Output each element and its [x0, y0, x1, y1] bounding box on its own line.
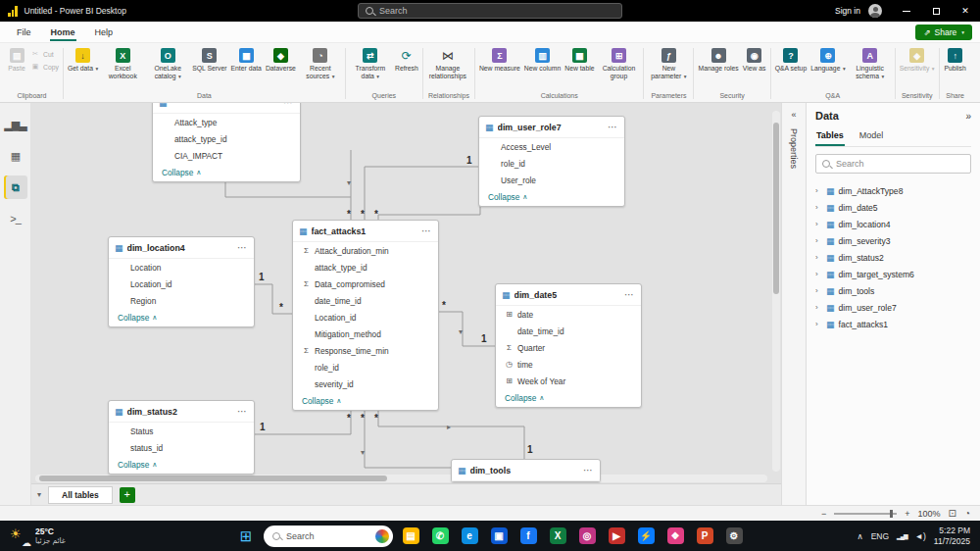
table-card-header[interactable]: ▦dim_date5⋯: [496, 284, 641, 306]
photos-taskbar-icon[interactable]: ❖: [663, 525, 687, 548]
canvas-horizontal-scrollbar[interactable]: [35, 475, 767, 482]
chevron-right-icon[interactable]: ›: [815, 303, 822, 312]
share-button[interactable]: ⇗ Share ▾: [915, 25, 972, 40]
relationship-line[interactable]: [365, 167, 478, 220]
tab-model[interactable]: Model: [858, 128, 885, 146]
collapse-pane-icon[interactable]: »: [965, 111, 971, 122]
field-row[interactable]: Region: [109, 292, 254, 309]
tab-tables[interactable]: Tables: [815, 128, 845, 146]
more-options-icon[interactable]: ⋯: [283, 103, 294, 108]
field-row[interactable]: CIA_IMPACT: [153, 147, 300, 164]
table-list-item-dim-location4[interactable]: ›▦dim_location4: [815, 216, 971, 232]
table-list-item-dim-target-system6[interactable]: ›▦dim_target_system6: [815, 266, 971, 282]
copy-button[interactable]: ▣Copy: [30, 62, 59, 72]
more-options-icon[interactable]: ⋯: [237, 242, 248, 253]
collapse-link[interactable]: Collapse∧: [109, 309, 254, 326]
table-view-button[interactable]: ▦: [4, 144, 27, 168]
field-row[interactable]: Attack_type: [153, 114, 300, 130]
excel-workbook-button[interactable]: XExcel workbook: [100, 45, 145, 80]
table-card-header[interactable]: ▦⋯: [153, 103, 300, 114]
powerpoint-taskbar-icon[interactable]: P: [693, 525, 716, 548]
calculation-group-button[interactable]: ⊞Calculation group: [596, 45, 641, 80]
model-view-button[interactable]: ⧉: [4, 175, 27, 199]
network-icon[interactable]: ▂▄▆: [897, 532, 906, 539]
menu-tab-help[interactable]: Help: [86, 25, 122, 40]
tray-chevron-up-icon[interactable]: ∧: [857, 531, 862, 541]
table-card-fact-attacks1[interactable]: ▦fact_attacks1⋯ΣAttack_duration_minattac…: [292, 220, 439, 411]
more-options-icon[interactable]: ⋯: [608, 122, 618, 132]
table-card-header[interactable]: ▦dim_location4⋯: [109, 237, 254, 259]
table-card-dim-status2[interactable]: ▦dim_status2⋯Statusstatus_idCollapse∧: [108, 400, 255, 475]
field-row[interactable]: role_id: [293, 359, 438, 376]
collapse-link[interactable]: Collapse∧: [479, 188, 624, 206]
settings-taskbar-icon[interactable]: ⚙: [722, 525, 746, 548]
transform-data-button[interactable]: ⇄Transform data ▾: [348, 45, 393, 81]
chevron-right-icon[interactable]: ›: [815, 236, 822, 245]
taskbar-search[interactable]: Search: [264, 526, 393, 547]
chevron-right-icon[interactable]: ›: [815, 320, 822, 328]
menu-tab-file[interactable]: File: [8, 25, 40, 40]
chevron-right-icon[interactable]: ›: [815, 286, 822, 295]
relationship-line[interactable]: [378, 409, 524, 459]
more-options-icon[interactable]: ⋯: [583, 465, 594, 476]
add-layout-button[interactable]: +: [120, 487, 135, 503]
publish-button[interactable]: ↑Publish: [942, 45, 969, 74]
field-row[interactable]: date_time_id: [496, 323, 641, 339]
table-list-item-dim-status2[interactable]: ›▦dim_status2: [815, 249, 971, 266]
start-button[interactable]: ⊞: [234, 525, 258, 548]
dataverse-button[interactable]: ◆Dataverse: [264, 45, 298, 74]
field-row[interactable]: attack_type_id: [293, 259, 438, 276]
more-options-icon[interactable]: ⋯: [624, 289, 635, 300]
collapse-link[interactable]: Collapse∧: [153, 164, 300, 181]
more-options-icon[interactable]: ⋯: [421, 225, 432, 236]
language-indicator[interactable]: ENG: [871, 531, 889, 541]
volume-icon[interactable]: ◄): [915, 531, 926, 541]
field-row[interactable]: ΣData_compromised: [293, 276, 438, 292]
table-card-dim-tools[interactable]: ▦dim_tools⋯: [451, 459, 601, 482]
store-taskbar-icon[interactable]: ▣: [487, 525, 511, 548]
field-row[interactable]: ΣResponse_time_min: [293, 342, 438, 359]
table-list-item-dim-user-role7[interactable]: ›▦dim_user_role7: [815, 299, 971, 316]
table-list-item-dim-date5[interactable]: ›▦dim_date5: [815, 199, 971, 216]
chevron-right-icon[interactable]: ›: [815, 220, 822, 228]
instagram-taskbar-icon[interactable]: ◎: [575, 525, 599, 548]
table-card-header[interactable]: ▦dim_status2⋯: [109, 401, 254, 423]
chevron-right-icon[interactable]: ›: [815, 270, 822, 278]
table-card-header[interactable]: ▦dim_tools⋯: [452, 460, 600, 481]
field-row[interactable]: Mitigation_method: [293, 326, 438, 342]
dax-query-view-button[interactable]: >_: [4, 207, 27, 230]
field-row[interactable]: severity_id: [293, 376, 438, 392]
model-canvas[interactable]: ********11111▾▾▾▸ ▦⋯Attack_typeattack_ty…: [31, 103, 781, 483]
table-card-header[interactable]: ▦fact_attacks1⋯: [293, 221, 438, 242]
chevron-down-icon[interactable]: ▾: [37, 490, 41, 499]
close-button[interactable]: ✕: [951, 0, 980, 22]
table-card-dim-user-role7[interactable]: ▦dim_user_role7⋯Access_Levelrole_idUser_…: [478, 116, 625, 207]
field-row[interactable]: ΣAttack_duration_min: [293, 242, 438, 259]
enter-data-button[interactable]: ▦Enter data: [229, 45, 264, 74]
field-row[interactable]: date_time_id: [293, 292, 438, 309]
relationship-line[interactable]: [255, 284, 292, 314]
manage-relationships-button[interactable]: ⋈Manage relationships: [425, 45, 470, 80]
clock[interactable]: 5:22 PM 11/7/2025: [934, 526, 970, 546]
chevron-right-icon[interactable]: ›: [815, 203, 822, 212]
field-row[interactable]: attack_type_id: [153, 130, 300, 147]
youtube-taskbar-icon[interactable]: ▶: [605, 525, 628, 548]
field-row[interactable]: Location: [109, 259, 254, 276]
new-measure-button[interactable]: ΣNew measure: [477, 45, 522, 74]
relationship-line[interactable]: [255, 409, 351, 434]
field-row[interactable]: ΣQuarter: [496, 339, 641, 356]
field-row[interactable]: ⊞Week of Year: [496, 373, 641, 389]
recent-sources-button[interactable]: ◔Recent sources ▾: [298, 45, 343, 81]
canvas-vertical-scrollbar[interactable]: [772, 111, 780, 472]
more-options-icon[interactable]: ⋯: [237, 406, 248, 417]
menu-tab-home[interactable]: Home: [42, 25, 84, 40]
new-parameter-button[interactable]: ƒNew parameter ▾: [646, 45, 691, 81]
zoom-in-button[interactable]: +: [905, 509, 909, 519]
cut-button[interactable]: ✂Cut: [30, 49, 59, 59]
new-table-button[interactable]: ▦New table: [563, 45, 596, 74]
taskbar-weather-widget[interactable]: ☀☁ 25°C غائم جزئيا: [10, 526, 66, 546]
zoom-out-button[interactable]: −: [821, 509, 826, 519]
collapse-link[interactable]: Collapse∧: [109, 456, 254, 474]
field-row[interactable]: ◷time: [496, 356, 641, 373]
linguistic-schema-button[interactable]: ALinguistic schema ▾: [848, 45, 893, 81]
